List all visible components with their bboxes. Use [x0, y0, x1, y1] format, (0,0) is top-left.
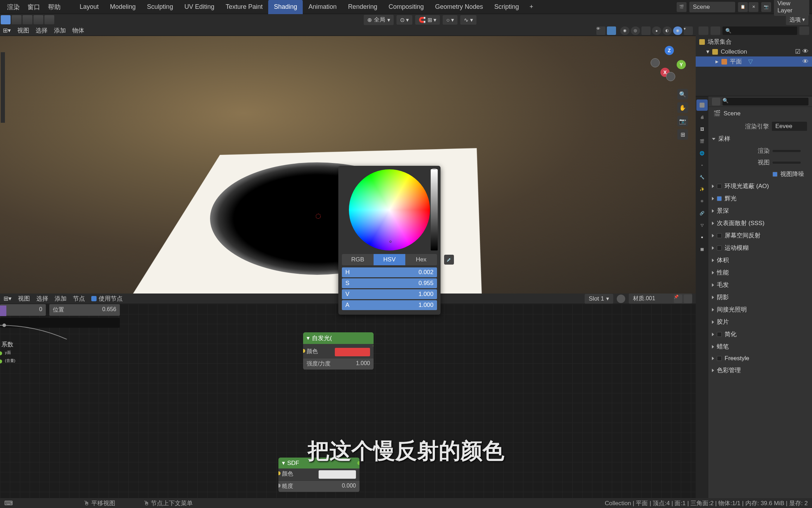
socket-color-in[interactable]	[303, 349, 305, 353]
ao-header[interactable]: 环境光遮蔽 (AO)	[708, 180, 812, 192]
indirect-header[interactable]: 间接光照明	[708, 303, 812, 316]
tab-output-icon[interactable]: 🖨	[696, 111, 708, 123]
pin-icon[interactable]: 📌	[674, 295, 682, 303]
performance-header[interactable]: 性能	[708, 266, 812, 279]
volumetrics-header[interactable]: 体积	[708, 254, 812, 266]
mode-scale-icon[interactable]	[44, 15, 54, 24]
vp-menu-object[interactable]: 物体	[72, 26, 84, 35]
use-nodes-checkbox[interactable]	[91, 296, 97, 301]
render-engine-dropdown[interactable]: Eevee	[772, 122, 807, 131]
scene-new-button[interactable]: 📋	[738, 2, 748, 12]
curve-dropdown[interactable]: ∿ ▾	[460, 15, 476, 25]
ssr-header[interactable]: 屏幕空间反射	[708, 229, 812, 242]
outliner-collection[interactable]: ▾ Collection ☑ 👁	[696, 47, 812, 56]
tab-world-icon[interactable]: 🌐	[696, 147, 708, 159]
viewlayer-field[interactable]: View Layer	[774, 0, 809, 16]
perspective-icon[interactable]: ⊞	[677, 129, 688, 140]
scene-icon[interactable]: 🎬	[677, 2, 687, 12]
bloom-header[interactable]: 辉光	[708, 192, 812, 205]
saturation-field[interactable]: S0.955	[342, 278, 437, 288]
gizmo-toggle-icon[interactable]	[607, 26, 616, 35]
mode-cursor-icon[interactable]	[12, 15, 21, 24]
scene-breadcrumb[interactable]: 🎬 Scene	[708, 107, 812, 120]
props-editor-selector[interactable]	[712, 98, 720, 105]
tab-sculpting[interactable]: Sculpting	[141, 0, 179, 14]
object-visibility-icon[interactable]: 👁	[802, 58, 808, 65]
tab-scripting[interactable]: Scripting	[489, 0, 525, 14]
mode-select-icon[interactable]	[1, 15, 11, 24]
color-wheel[interactable]	[349, 169, 430, 250]
ne-menu-view[interactable]: 视图	[18, 295, 30, 303]
pivot-dropdown[interactable]: ⊙ ▾	[396, 15, 412, 25]
vp-menu-view[interactable]: 视图	[17, 26, 29, 35]
color-output-node-fragment[interactable]	[0, 306, 6, 316]
render-samples-field[interactable]	[773, 150, 801, 152]
tab-shading[interactable]: Shading	[268, 0, 303, 14]
simplify-header[interactable]: 简化	[708, 328, 812, 340]
outliner-editor-selector[interactable]	[699, 26, 708, 35]
tab-scene-icon[interactable]: 🎬	[696, 135, 708, 147]
menu-window[interactable]: 窗口	[27, 3, 40, 11]
tab-uv-editing[interactable]: UV Editing	[179, 0, 220, 14]
tab-hex[interactable]: Hex	[405, 254, 437, 265]
sss-header[interactable]: 次表面散射 (SSS)	[708, 217, 812, 229]
toolbar-handle[interactable]	[1, 52, 5, 123]
overlays-icon[interactable]: ◉	[620, 26, 629, 35]
outliner-filter-icon[interactable]	[799, 26, 809, 35]
tab-modifier-icon[interactable]: 🔧	[696, 171, 708, 183]
tab-physics-icon[interactable]: ⚛	[696, 195, 708, 207]
vp-menu-select[interactable]: 选择	[36, 26, 48, 35]
outliner-scene-collection[interactable]: 场景集合	[696, 37, 812, 47]
roughness-value[interactable]: 0.000	[342, 483, 356, 490]
eyedropper-button[interactable]: 💉	[444, 255, 454, 265]
ne-overlays-icon[interactable]	[684, 295, 692, 303]
mode-move-icon[interactable]	[23, 15, 32, 24]
tab-hsv[interactable]: HSV	[374, 254, 405, 265]
socket-bsdf-color-in[interactable]	[278, 471, 281, 475]
tab-object-icon[interactable]: ▫	[696, 159, 708, 171]
material-output-node[interactable]: y面 (音量)	[0, 349, 74, 365]
dof-header[interactable]: 景深	[708, 205, 812, 217]
tab-constraint-icon[interactable]: 🔗	[696, 207, 708, 219]
shading-material-icon[interactable]: ◐	[663, 26, 672, 35]
tab-render-icon[interactable]	[696, 99, 708, 111]
vp-editor-selector-icon[interactable]: ⊞▾	[3, 27, 11, 34]
socket-volume-in[interactable]	[0, 359, 2, 363]
snap-dropdown[interactable]: 🧲 ⊞ ▾	[415, 15, 440, 25]
menu-help[interactable]: 帮助	[48, 3, 61, 11]
hue-field[interactable]: H0.002	[342, 267, 437, 277]
ne-menu-add[interactable]: 添加	[55, 295, 67, 303]
camera-view-icon[interactable]: 📷	[677, 116, 688, 126]
tab-rgb[interactable]: RGB	[342, 254, 374, 265]
tab-compositing[interactable]: Compositing	[383, 0, 429, 14]
tab-animation[interactable]: Animation	[303, 0, 342, 14]
tab-texture-icon[interactable]: ▦	[696, 243, 708, 255]
mesh-data-icon[interactable]: ▽	[748, 58, 753, 65]
tab-rendering[interactable]: Rendering	[342, 0, 383, 14]
material-icon[interactable]	[617, 295, 625, 303]
tab-texture-paint[interactable]: Texture Paint	[220, 0, 268, 14]
axis-z-icon[interactable]: Z	[665, 46, 674, 55]
ne-editor-selector-icon[interactable]: ⊞▾	[4, 295, 12, 302]
hair-header[interactable]: 毛发	[708, 279, 812, 291]
socket-roughness-in[interactable]	[278, 484, 281, 488]
value-field[interactable]: V1.000	[342, 289, 437, 299]
tab-particle-icon[interactable]: ✨	[696, 183, 708, 195]
proportional-dropdown[interactable]: ○ ▾	[443, 15, 457, 25]
strength-value[interactable]: 1.000	[356, 360, 370, 368]
socket-surface-in[interactable]	[0, 351, 2, 355]
axis-neg-y-icon[interactable]	[651, 58, 660, 67]
tab-layout[interactable]: Layout	[74, 0, 104, 14]
tab-geometry-nodes[interactable]: Geometry Nodes	[429, 0, 488, 14]
orientation-dropdown[interactable]: ⊕ 全局 ▾	[364, 15, 394, 25]
scene-name-field[interactable]: Scene	[689, 2, 735, 12]
properties-search-input[interactable]: 🔍	[722, 98, 808, 105]
pan-icon[interactable]: ✋	[677, 102, 688, 113]
greasepencil-header[interactable]: 蜡笔	[708, 340, 812, 353]
shadows-header[interactable]: 阴影	[708, 291, 812, 303]
freestyle-header[interactable]: Freestyle	[708, 353, 812, 364]
tab-viewlayer-icon[interactable]: 🖼	[696, 123, 708, 135]
emission-node[interactable]: ▾ 自发光( 颜色 强度/力度1.000	[303, 332, 374, 370]
collection-exclude-checkbox[interactable]: ☑	[795, 48, 800, 55]
axis-y-icon[interactable]: Y	[677, 60, 686, 69]
